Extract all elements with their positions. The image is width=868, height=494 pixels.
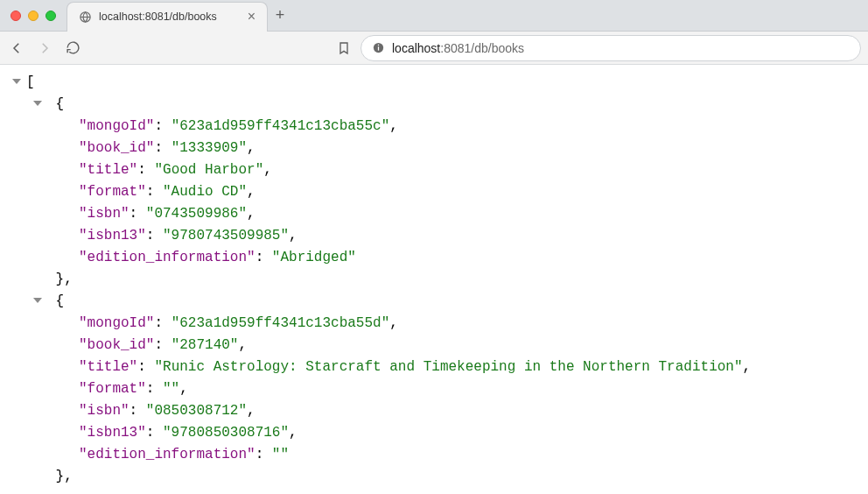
json-toggle[interactable] xyxy=(12,79,21,84)
json-viewer: [ {"mongoId": "623a1d959ff4341c13cba55c"… xyxy=(0,65,868,488)
json-toggle[interactable] xyxy=(33,298,42,303)
window-minimize-button[interactable] xyxy=(28,11,38,21)
bookmark-icon[interactable] xyxy=(336,41,352,55)
json-property: "isbn": "0743509986", xyxy=(0,203,868,225)
json-property: "title": "Good Harbor", xyxy=(0,159,868,181)
window-titlebar: localhost:8081/db/books × + xyxy=(0,0,868,32)
url-text: localhost:8081/db/books xyxy=(392,41,524,55)
json-property: "edition_information": "" xyxy=(0,444,868,466)
window-controls xyxy=(0,11,66,21)
svg-rect-2 xyxy=(378,46,379,50)
tab-title: localhost:8081/db/books xyxy=(99,11,238,23)
window-zoom-button[interactable] xyxy=(46,11,56,21)
json-property: "book_id": "1333909", xyxy=(0,138,868,159)
json-property: "format": "Audio CD", xyxy=(0,181,868,203)
new-tab-button[interactable]: + xyxy=(268,4,292,28)
json-property: "mongoId": "623a1d959ff4341c13cba55c", xyxy=(0,116,868,138)
json-property: "book_id": "287140", xyxy=(0,335,868,356)
site-info-icon[interactable] xyxy=(372,41,385,54)
window-close-button[interactable] xyxy=(10,11,21,21)
json-property: "isbn": "0850308712", xyxy=(0,400,868,422)
json-property: "format": "", xyxy=(0,378,868,400)
json-property: "mongoId": "623a1d959ff4341c13cba55d", xyxy=(0,313,868,335)
json-property: "edition_information": "Abridged" xyxy=(0,247,868,269)
svg-rect-3 xyxy=(378,45,379,46)
address-bar[interactable]: localhost:8081/db/books xyxy=(360,35,861,61)
json-property: "title": "Runic Astrology: Starcraft and… xyxy=(0,356,868,378)
globe-icon xyxy=(78,10,92,24)
browser-tab[interactable]: localhost:8081/db/books × xyxy=(66,2,268,32)
browser-toolbar: localhost:8081/db/books xyxy=(0,32,868,65)
json-property: "isbn13": "9780850308716", xyxy=(0,422,868,444)
nav-forward-button[interactable] xyxy=(35,39,54,58)
tab-close-button[interactable]: × xyxy=(245,10,258,24)
nav-back-button[interactable] xyxy=(7,39,26,58)
json-property: "isbn13": "9780743509985", xyxy=(0,225,868,247)
json-toggle[interactable] xyxy=(33,101,42,106)
reload-button[interactable] xyxy=(63,39,82,58)
